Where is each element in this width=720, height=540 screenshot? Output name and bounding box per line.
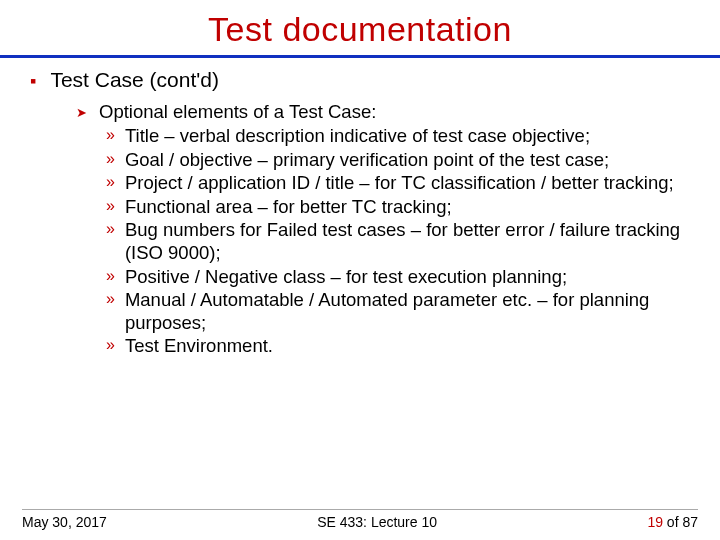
subheading: ➤ Optional elements of a Test Case: [76, 100, 692, 123]
section-heading: ▪ Test Case (cont'd) [30, 68, 692, 92]
list-item: » Title – verbal description indicative … [106, 125, 692, 148]
page-total: of 87 [663, 514, 698, 530]
raquo-icon: » [106, 289, 115, 309]
subheading-text: Optional elements of a Test Case: [99, 100, 376, 123]
title-rule [0, 55, 720, 58]
list-item: » Goal / objective – primary verificatio… [106, 149, 692, 172]
list-item: » Functional area – for better TC tracki… [106, 196, 692, 219]
list-item-text: Project / application ID / title – for T… [125, 172, 674, 195]
list-item-text: Goal / objective – primary verification … [125, 149, 609, 172]
list-item-text: Test Environment. [125, 335, 273, 358]
list-item: » Bug numbers for Failed test cases – fo… [106, 219, 692, 264]
list-item-text: Functional area – for better TC tracking… [125, 196, 452, 219]
page-number: 19 [647, 514, 663, 530]
footer-date: May 30, 2017 [22, 514, 107, 530]
footer-course: SE 433: Lecture 10 [107, 514, 648, 530]
raquo-icon: » [106, 196, 115, 216]
raquo-icon: » [106, 149, 115, 169]
footer-page: 19 of 87 [647, 514, 698, 530]
list-item-text: Title – verbal description indicative of… [125, 125, 590, 148]
footer-rule [22, 509, 698, 510]
section-text: Test Case (cont'd) [50, 68, 219, 92]
list-item-text: Positive / Negative class – for test exe… [125, 266, 567, 289]
page-title: Test documentation [28, 10, 692, 49]
footer-row: May 30, 2017 SE 433: Lecture 10 19 of 87 [22, 514, 698, 530]
list-item: » Manual / Automatable / Automated param… [106, 289, 692, 334]
footer: May 30, 2017 SE 433: Lecture 10 19 of 87 [0, 509, 720, 530]
raquo-icon: » [106, 125, 115, 145]
raquo-icon: » [106, 266, 115, 286]
list-item-text: Bug numbers for Failed test cases – for … [125, 219, 692, 264]
list-item: » Test Environment. [106, 335, 692, 358]
slide: Test documentation ▪ Test Case (cont'd) … [0, 0, 720, 540]
list-item: » Project / application ID / title – for… [106, 172, 692, 195]
square-bullet-icon: ▪ [30, 71, 36, 92]
arrow-bullet-icon: ➤ [76, 105, 87, 121]
raquo-icon: » [106, 219, 115, 239]
raquo-icon: » [106, 172, 115, 192]
list-item-text: Manual / Automatable / Automated paramet… [125, 289, 692, 334]
item-list: » Title – verbal description indicative … [106, 125, 692, 358]
raquo-icon: » [106, 335, 115, 355]
list-item: » Positive / Negative class – for test e… [106, 266, 692, 289]
